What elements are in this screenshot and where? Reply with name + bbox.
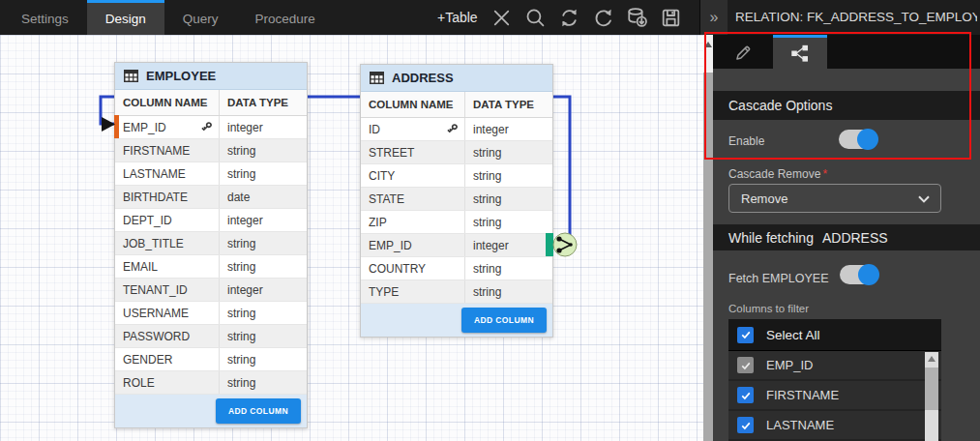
column-name: FIRSTNAME [123,144,190,158]
relation-endpoints [0,35,703,441]
table-rows: EMP_IDintegerFIRSTNAMEstringLASTNAMEstri… [115,116,307,395]
fetching-table-name: ADDRESS [822,230,888,246]
redo-icon[interactable] [590,5,616,31]
column-name: USERNAME [123,307,189,320]
column-name: BIRTHDATE [123,191,188,204]
table-row-emp_id[interactable]: EMP_IDinteger [361,234,552,257]
column-type: integer [464,234,552,256]
table-row-email[interactable]: EMAILstring [115,255,307,279]
table-row-type[interactable]: TYPEstring [361,280,552,304]
primary-key-icon [446,123,459,135]
column-type: string [219,162,307,185]
filter-item-label: EMP_ID [766,358,813,372]
topbar-tab-settings[interactable]: Settings [3,0,87,35]
column-type: string [219,232,307,254]
cascade-remove-select[interactable]: Remove [728,184,941,213]
tab-edit-pencil-icon[interactable] [713,35,773,69]
column-type: string [219,302,307,324]
table-row-id[interactable]: IDinteger [361,118,552,141]
filter-list-scrollbar[interactable] [925,352,938,441]
table-footer: ADD COLUMN [115,395,307,427]
scrollbar-thumb[interactable] [703,73,713,441]
column-name-header: COLUMN NAME [361,99,464,110]
table-row-state[interactable]: STATEstring [361,188,552,211]
column-name: CITY [369,169,395,183]
column-type: string [464,257,552,279]
search-icon[interactable] [522,5,549,31]
table-row-birthdate[interactable]: BIRTHDATEdate [115,186,307,209]
panel-scrollbar[interactable] [703,35,713,441]
filter-item-lastname[interactable]: LASTNAME [728,411,941,441]
column-name: ZIP [369,216,387,229]
table-row-job_title[interactable]: JOB_TITLEstring [115,232,307,255]
tab-relation-icon[interactable] [773,35,827,69]
filter-item-emp_id[interactable]: EMP_ID [728,351,941,381]
select-all-label: Select All [766,328,820,342]
table-row-zip[interactable]: ZIPstring [361,211,552,234]
column-type: string [464,211,552,233]
column-type: string [219,348,307,370]
scroll-up-arrow-icon[interactable] [704,42,712,47]
column-name: TYPE [369,285,399,299]
table-column-headers: COLUMN NAME DATA TYPE [115,90,307,116]
scrollbar-thumb[interactable] [925,368,938,410]
save-icon[interactable] [658,5,684,31]
fetch-employee-toggle[interactable] [840,265,878,284]
panel-collapse-icon[interactable]: » [699,0,728,35]
topbar-nav: SettingsDesignQueryProcedure [3,0,334,35]
table-row-dept_id[interactable]: DEPT_IDinteger [115,209,307,232]
relation-properties-panel: Cascade Options Enable Cascade Remove* R… [713,35,980,441]
columns-filter-list: Select All EMP_IDFIRSTNAMELASTNAME [728,319,941,441]
columns-to-filter-label: Columns to filter [728,303,809,314]
column-type: integer [219,116,307,138]
column-type: string [464,188,552,210]
add-column-button[interactable]: ADD COLUMN [461,308,547,333]
table-employee-header[interactable]: EMPLOYEE [115,63,307,90]
panel-tabs [713,35,980,69]
topbar-tab-query[interactable]: Query [164,0,237,35]
column-type: string [219,371,307,394]
select-all-row[interactable]: Select All [728,319,941,351]
database-export-icon[interactable] [624,5,650,31]
sync-icon[interactable] [556,5,582,31]
cascade-options-header: Cascade Options [713,91,980,120]
column-type: date [219,186,307,208]
close-icon[interactable] [489,5,515,31]
filter-item-label: LASTNAME [766,418,834,432]
table-row-password[interactable]: PASSWORDstring [115,325,307,348]
table-row-country[interactable]: COUNTRYstring [361,257,552,280]
checkbox-firstname[interactable] [737,387,754,403]
checkbox-emp_id[interactable] [737,357,754,373]
select-all-checkbox[interactable] [737,327,754,343]
filter-item-firstname[interactable]: FIRSTNAME [728,381,941,411]
table-rows: IDintegerSTREETstringCITYstringSTATEstri… [361,118,552,304]
table-row-gender[interactable]: GENDERstring [115,348,307,371]
add-table-button[interactable]: +Table [437,0,478,35]
checkbox-lastname[interactable] [737,417,754,433]
table-row-role[interactable]: ROLEstring [115,371,307,395]
column-name: TENANT_ID [123,283,188,297]
column-name: JOB_TITLE [123,237,184,250]
relation-panel-title: RELATION: FK_ADDRESS_TO_EMPLOY... [735,0,977,35]
column-type: integer [464,118,552,140]
column-type: string [464,164,552,187]
table-row-tenant_id[interactable]: TENANT_IDinteger [115,279,307,302]
table-row-emp_id[interactable]: EMP_IDinteger [115,116,307,139]
column-type: string [464,280,552,303]
filter-item-label: FIRSTNAME [766,388,839,402]
scroll-up-arrow-icon[interactable] [928,356,935,362]
column-name: EMP_ID [123,121,166,134]
column-type: string [219,255,307,278]
cascade-enable-toggle[interactable] [839,130,877,149]
add-column-button[interactable]: ADD COLUMN [216,398,301,424]
table-row-username[interactable]: USERNAMEstring [115,302,307,325]
table-row-firstname[interactable]: FIRSTNAMEstring [115,139,307,162]
table-row-city[interactable]: CITYstring [361,164,552,188]
table-row-lastname[interactable]: LASTNAMEstring [115,162,307,186]
relation-arrowhead-icon [102,117,115,132]
topbar-tab-design[interactable]: Design [87,0,164,35]
topbar-tab-procedure[interactable]: Procedure [237,0,334,35]
schema-canvas[interactable]: EMPLOYEE COLUMN NAME DATA TYPE EMP_IDint… [0,35,703,441]
table-row-street[interactable]: STREETstring [361,141,552,164]
table-address-header[interactable]: ADDRESS [361,65,552,92]
